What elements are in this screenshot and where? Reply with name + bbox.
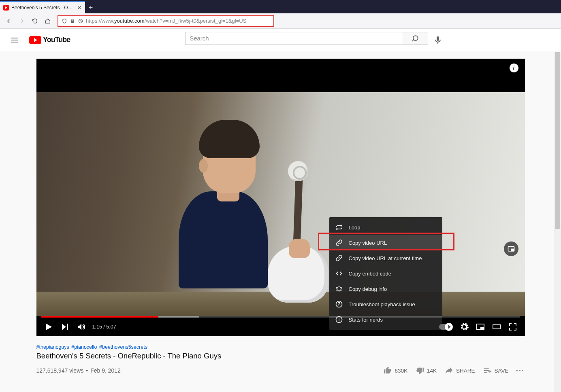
search-icon xyxy=(411,34,419,42)
video-frame xyxy=(36,92,525,316)
link-icon xyxy=(335,254,343,262)
miniplayer-button[interactable] xyxy=(473,320,488,334)
like-button[interactable]: 830K xyxy=(381,364,410,377)
search-button[interactable] xyxy=(402,32,428,45)
arrow-right-icon xyxy=(19,18,25,24)
bug-icon xyxy=(335,285,343,293)
ctx-label: Copy embed code xyxy=(349,271,392,277)
url-bar[interactable]: https://www.youtube.com/watch?v=mJ_fkw5j… xyxy=(58,15,274,27)
thumb-up-icon xyxy=(383,366,392,375)
ctx-copy-embed[interactable]: Copy embed code xyxy=(329,266,442,281)
video-title: Beethoven's 5 Secrets - OneRepublic - Th… xyxy=(36,352,525,360)
miniplayer-icon xyxy=(476,322,485,332)
playlist-add-icon xyxy=(483,366,492,375)
link-icon xyxy=(335,239,343,247)
volume-icon xyxy=(76,322,86,332)
hashtag[interactable]: #pianocello xyxy=(71,344,97,350)
volume-button[interactable] xyxy=(74,320,88,334)
reload-icon xyxy=(32,18,38,24)
forward-button[interactable] xyxy=(16,15,28,27)
player-context-menu: Loop Copy video URL Copy video URL at cu… xyxy=(329,217,442,330)
search-box xyxy=(185,32,428,48)
autoplay-toggle[interactable] xyxy=(439,324,452,330)
fullscreen-button[interactable] xyxy=(506,320,520,334)
hamburger-menu-button[interactable] xyxy=(6,32,23,48)
youtube-logo-text: YouTube xyxy=(43,36,70,44)
lock-icon xyxy=(70,18,75,24)
ctx-copy-url[interactable]: Copy video URL xyxy=(329,235,442,250)
miniplayer-icon xyxy=(507,245,515,253)
vertical-scrollbar[interactable] xyxy=(554,52,561,392)
dislike-count: 14K xyxy=(427,368,437,374)
play-icon xyxy=(44,322,53,332)
arrow-left-icon xyxy=(6,18,12,24)
svg-point-3 xyxy=(337,287,341,291)
tab-title: Beethoven's 5 Secrets - OneRe xyxy=(11,5,75,11)
home-button[interactable] xyxy=(42,15,53,27)
save-label: SAVE xyxy=(494,368,508,374)
view-count: 127,618,947 views xyxy=(36,367,84,374)
browser-navbar: https://www.youtube.com/watch?v=mJ_fkw5j… xyxy=(0,13,561,29)
browser-tabbar: Beethoven's 5 Secrets - OneRe ✕ + xyxy=(0,0,561,13)
player-controls: 1:15 / 5:07 xyxy=(36,316,525,336)
ctx-troubleshoot[interactable]: Troubleshoot playback issue xyxy=(329,297,442,312)
permissions-icon xyxy=(78,18,83,24)
youtube-play-icon xyxy=(29,36,41,44)
thumb-down-icon xyxy=(416,366,424,375)
theater-icon xyxy=(492,322,501,332)
shield-icon xyxy=(62,18,67,24)
reload-button[interactable] xyxy=(29,15,41,27)
ctx-copy-debug[interactable]: Copy debug info xyxy=(329,281,442,297)
video-player[interactable]: i Loop Copy video URL Copy video URL at … xyxy=(36,59,525,336)
svg-rect-9 xyxy=(480,327,484,329)
menu-icon xyxy=(10,35,19,45)
next-button[interactable] xyxy=(58,320,72,334)
next-icon xyxy=(60,322,70,332)
theater-button[interactable] xyxy=(489,320,504,334)
browser-tab[interactable]: Beethoven's 5 Secrets - OneRe ✕ xyxy=(0,1,85,13)
home-icon xyxy=(45,18,51,24)
url-text: https://www.youtube.com/watch?v=mJ_fkw5j… xyxy=(86,18,246,24)
fullscreen-icon xyxy=(508,322,518,332)
ctx-label: Copy debug info xyxy=(349,286,387,292)
hashtag[interactable]: #beethovens5secrets xyxy=(99,344,147,350)
share-label: SHARE xyxy=(456,368,475,374)
save-button[interactable]: SAVE xyxy=(480,364,511,377)
code-icon xyxy=(335,269,343,278)
hashtags: #thepianoguys #pianocello #beethovens5se… xyxy=(36,344,525,350)
more-actions-button[interactable] xyxy=(514,368,525,373)
svg-point-5 xyxy=(338,305,339,306)
new-tab-button[interactable]: + xyxy=(85,2,96,13)
tab-close-icon[interactable]: ✕ xyxy=(77,4,82,11)
dislike-button[interactable]: 14K xyxy=(413,364,439,377)
svg-rect-2 xyxy=(511,249,514,251)
ctx-label: Troubleshoot playback issue xyxy=(349,301,415,307)
ctx-copy-url-time[interactable]: Copy video URL at current time xyxy=(329,250,442,266)
play-button[interactable] xyxy=(41,320,56,334)
progress-bar[interactable] xyxy=(41,316,520,318)
content-area: i Loop Copy video URL Copy video URL at … xyxy=(0,51,561,377)
share-button[interactable]: SHARE xyxy=(442,364,478,377)
help-icon xyxy=(335,300,343,308)
back-button[interactable] xyxy=(3,15,15,27)
youtube-favicon-icon xyxy=(3,5,9,11)
ctx-loop[interactable]: Loop xyxy=(329,220,442,235)
upload-date: Feb 9, 2012 xyxy=(90,367,121,374)
share-icon xyxy=(445,366,454,375)
loop-icon xyxy=(335,223,343,231)
video-info: #thepianoguys #pianocello #beethovens5se… xyxy=(36,336,525,377)
youtube-header: YouTube xyxy=(0,29,561,51)
ctx-label: Copy video URL at current time xyxy=(349,255,422,261)
youtube-logo[interactable]: YouTube xyxy=(29,36,70,44)
search-input[interactable] xyxy=(185,32,402,45)
info-card-icon[interactable]: i xyxy=(510,64,518,72)
hashtag[interactable]: #thepianoguys xyxy=(36,344,69,350)
microphone-icon xyxy=(433,35,443,45)
settings-button[interactable] xyxy=(457,320,471,334)
voice-search-button[interactable] xyxy=(430,32,446,48)
gear-icon xyxy=(459,322,469,332)
video-meta-row: 127,618,947 views • Feb 9, 2012 830K 14K… xyxy=(36,364,525,377)
miniplayer-overlay-button[interactable] xyxy=(504,242,518,256)
svg-rect-10 xyxy=(493,325,500,329)
like-count: 830K xyxy=(395,368,407,374)
